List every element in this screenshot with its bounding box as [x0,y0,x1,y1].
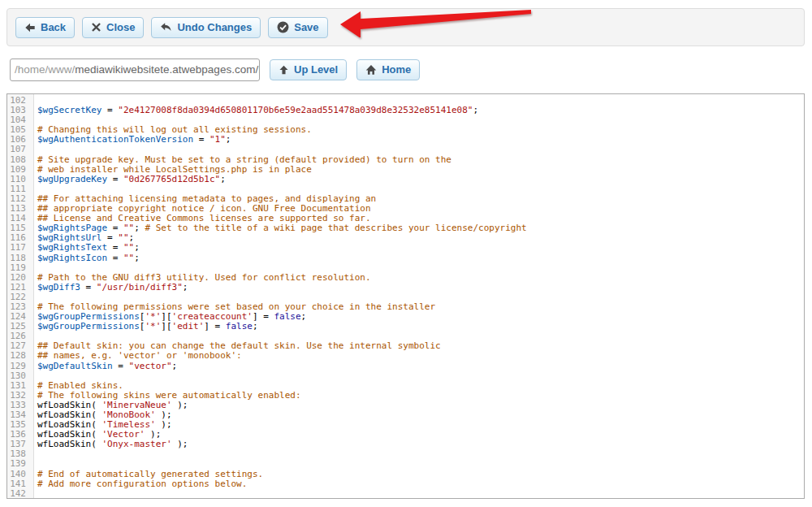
close-button-label: Close [106,21,135,33]
line-number: 118 [7,254,30,263]
file-editor-page: Back Close Undo Changes Save [0,0,812,507]
code-line-content [30,184,37,194]
code-line-content [30,145,37,154]
line-number: 107 [7,145,30,154]
code-line-content [30,263,37,273]
line-number: 120 [7,273,30,283]
code-line: 138 [7,449,804,459]
up-arrow-icon [279,64,289,76]
line-number: 140 [7,470,30,479]
code-line-content: # Add more configuration options below. [30,479,247,489]
code-line: 125$wgGroupPermissions['*']['edit'] = fa… [7,322,804,332]
line-number: 109 [7,165,30,175]
line-number: 139 [7,459,30,469]
line-number: 131 [7,381,30,391]
path-input[interactable]: /home/www/mediawikiwebsitete.atwebpages.… [10,58,260,81]
undo-changes-button[interactable]: Undo Changes [151,17,261,38]
editor-toolbar: Back Close Undo Changes Save [6,8,805,46]
close-x-icon [91,22,102,32]
save-button-label: Save [294,21,318,33]
code-line-content: $wgSecretKey = "2e4127008f8da0394d650801… [30,106,478,115]
line-number: 129 [7,362,30,371]
code-line: 129$wgDefaultSkin = "vector"; [7,362,804,371]
code-line-content [30,371,37,381]
save-button[interactable]: Save [268,17,327,38]
code-line-content [30,459,37,469]
code-line-content: $wgAuthenticationTokenVersion = "1"; [30,135,231,145]
code-line: 106$wgAuthenticationTokenVersion = "1"; [7,135,804,145]
code-line-content [30,96,37,106]
path-bar: /home/www/mediawikiwebsitete.atwebpages.… [10,58,802,81]
back-button-label: Back [41,21,66,33]
red-pointer-arrow [337,6,533,41]
code-line-content: $wgUpgradeKey = "0d267765d12d5b1c"; [30,175,226,184]
code-line-content: $wgRightsIcon = ""; [30,254,140,263]
code-line: 118$wgRightsIcon = ""; [7,254,804,263]
code-line: 130 [7,371,804,381]
line-number: 119 [7,263,30,273]
up-level-button[interactable]: Up Level [270,59,347,80]
undo-icon [160,22,172,33]
home-button[interactable]: Home [356,59,420,80]
line-number: 108 [7,155,30,165]
code-editor[interactable]: 102103$wgSecretKey = "2e4127008f8da0394d… [6,93,805,499]
back-button[interactable]: Back [15,17,75,38]
code-line-content [30,489,37,499]
home-button-label: Home [382,63,411,76]
code-line-content: $wgDiff3 = "/usr/bin/diff3"; [30,283,188,292]
up-level-button-label: Up Level [294,63,338,76]
back-arrow-icon [24,22,36,33]
code-line: 141# Add more configuration options belo… [7,479,804,489]
editor-lines: 102103$wgSecretKey = "2e4127008f8da0394d… [7,96,804,499]
close-button[interactable]: Close [82,17,144,38]
code-line-content: $wgGroupPermissions['*']['edit'] = false… [30,322,258,332]
code-line: 137wfLoadSkin( 'Onyx-master' ); [7,440,804,449]
home-icon [365,64,377,76]
code-line-content [30,449,37,459]
line-number: 117 [7,243,30,253]
code-line: 142 [7,489,804,499]
line-number: 128 [7,351,30,361]
path-value-base: /home/www/ [15,63,75,76]
undo-changes-button-label: Undo Changes [177,21,252,33]
line-number: 130 [7,371,30,381]
code-line-content [30,292,37,302]
code-line-content [30,332,37,341]
line-number: 141 [7,479,30,489]
code-line-content: $wgDefaultSkin = "vector"; [30,362,177,371]
save-check-circle-icon [277,21,289,33]
code-line-content [30,115,37,125]
path-value-rest: mediawikiwebsitete.atwebpages.com/Loca [75,63,260,76]
code-line: 121$wgDiff3 = "/usr/bin/diff3"; [7,283,804,292]
code-line: 103$wgSecretKey = "2e4127008f8da0394d650… [7,106,804,115]
code-line: 110$wgUpgradeKey = "0d267765d12d5b1c"; [7,175,804,184]
code-line-content: wfLoadSkin( 'Onyx-master' ); [30,440,188,449]
